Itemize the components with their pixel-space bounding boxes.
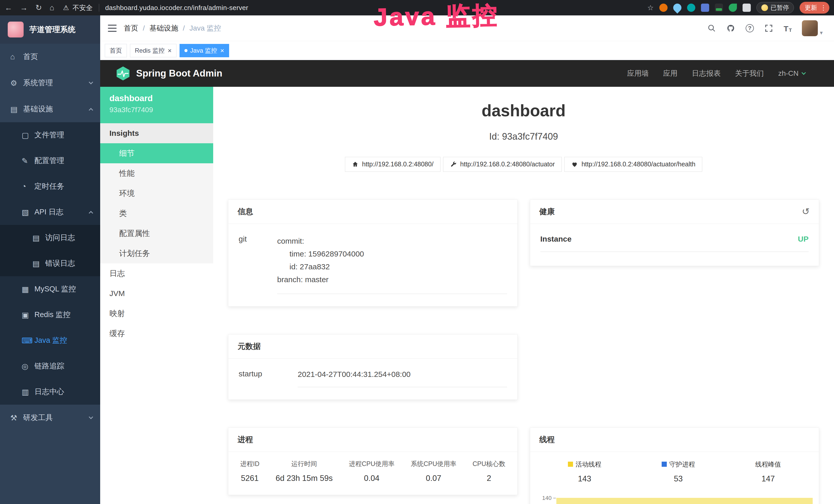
extension-puzzle-icon[interactable] — [743, 4, 751, 12]
font-size-icon[interactable]: TT — [783, 23, 793, 33]
warning-icon: ⚠ — [63, 4, 69, 12]
info-key: git — [239, 235, 277, 294]
service-url-chip[interactable]: http://192.168.0.2:48080/ — [345, 157, 440, 172]
sidebar-item-redis-monitor[interactable]: ▣ Redis 监控 — [0, 302, 100, 328]
sidebar-item-files[interactable]: ▢ 文件管理 — [0, 122, 100, 148]
sidebar-item-java-monitor[interactable]: ⌨ Java 监控 — [0, 328, 100, 353]
extension-icon-1[interactable] — [659, 4, 667, 12]
breadcrumb-item[interactable]: 基础设施 — [150, 23, 178, 33]
sba-brand[interactable]: Spring Boot Admin — [136, 68, 222, 79]
info-line: branch: master — [277, 273, 507, 286]
metadata-value: 2021-04-27T00:44:31.254+08:00 — [298, 369, 507, 387]
sidebar-item-home[interactable]: ⌂ 首页 — [0, 44, 100, 70]
url-text[interactable]: dashboard.yudao.iocoder.cn/infra/admin-s… — [105, 4, 248, 12]
sidebar-item-config[interactable]: ✎ 配置管理 — [0, 148, 100, 174]
mysql-icon: ▦ — [22, 285, 34, 294]
info-line: commit: — [277, 235, 507, 248]
process-table: 进程ID 5261 运行时间 6d 23h 15m 59s 进程CPU使用率 0… — [228, 452, 517, 495]
back-icon[interactable]: ← — [5, 4, 12, 12]
instance-header[interactable]: dashboard 93a3fc7f7409 — [100, 87, 213, 123]
tag-label: Redis 监控 — [135, 46, 164, 55]
browser-nav-buttons: ← → ↻ ⌂ — [5, 4, 54, 12]
extension-icon-2[interactable] — [672, 2, 683, 13]
extension-icon-6[interactable] — [729, 4, 737, 12]
sba-item-logs[interactable]: 日志 — [100, 264, 213, 283]
chevron-up-icon — [89, 211, 93, 215]
browser-menu-dots-icon[interactable]: ⋮ — [820, 4, 827, 12]
emoji-icon — [761, 4, 768, 11]
sidebar-item-mysql-monitor[interactable]: ▦ MySQL 监控 — [0, 276, 100, 302]
actuator-url-chip[interactable]: http://192.168.0.2:48080/actuator — [443, 157, 562, 172]
extension-icon-5[interactable] — [715, 4, 723, 12]
github-icon[interactable] — [726, 23, 736, 33]
hamburger-icon[interactable] — [108, 25, 117, 32]
sidebar-item-label: MySQL 监控 — [35, 284, 76, 294]
sba-logo-icon — [115, 66, 130, 81]
sidebar-item-access-log[interactable]: ▤ 访问日志 — [0, 225, 100, 251]
address-bar[interactable]: ⚠ 不安全 dashboard.yudao.iocoder.cn/infra/a… — [63, 3, 647, 12]
user-avatar[interactable]: ▾ — [802, 20, 823, 36]
sba-nav-wallboard[interactable]: 应用墙 — [627, 69, 649, 78]
paused-badge[interactable]: 已暂停 — [756, 2, 794, 13]
caret-down-icon: ▾ — [820, 29, 823, 36]
sba-item-caches[interactable]: 缓存 — [100, 323, 213, 344]
sidebar-logo: 芋道管理系统 — [0, 16, 100, 44]
breadcrumb-item[interactable]: 首页 — [124, 23, 138, 33]
sba-item-scheduled-tasks[interactable]: 计划任务 — [100, 244, 213, 264]
reload-icon[interactable]: ↻ — [36, 4, 42, 12]
forward-icon[interactable]: → — [20, 4, 28, 12]
logo-avatar — [8, 22, 24, 38]
history-icon[interactable]: ↺ — [802, 207, 810, 216]
sidebar-item-log-center[interactable]: ▥ 日志中心 — [0, 379, 100, 405]
sba-nav-about[interactable]: 关于我们 — [735, 69, 764, 78]
home-icon — [352, 161, 358, 168]
sba-item-jvm[interactable]: JVM — [100, 283, 213, 303]
sidebar-item-label: 错误日志 — [45, 258, 75, 269]
process-column: CPU核心数 2 — [473, 460, 505, 483]
sba-item-mappings[interactable]: 映射 — [100, 303, 213, 323]
column-value: 6d 23h 15m 59s — [276, 474, 333, 483]
fullscreen-icon[interactable] — [764, 23, 774, 33]
sba-item-classes[interactable]: 类 — [100, 203, 213, 223]
security-label: 不安全 — [73, 3, 93, 12]
tag-redis-monitor[interactable]: Redis 监控 × — [130, 44, 176, 57]
sba-item-details[interactable]: 细节 — [100, 143, 213, 163]
legend-value: 53 — [662, 474, 695, 483]
extension-icon-3[interactable] — [687, 4, 695, 12]
search-icon[interactable] — [707, 23, 717, 33]
locale-selector[interactable]: zh-CN — [778, 69, 805, 77]
sidebar-item-label: API 日志 — [35, 207, 63, 217]
sidebar-item-label: Java 监控 — [35, 335, 67, 346]
gear-icon: ⚙ — [10, 78, 22, 88]
sidebar-item-scheduled-tasks[interactable]: ◔ 定时任务 — [0, 174, 100, 199]
details-content: dashboard Id: 93a3fc7f7409 http://192.16… — [213, 87, 834, 504]
tag-java-monitor[interactable]: Java 监控 × — [179, 44, 229, 57]
wrench-icon — [450, 161, 457, 168]
update-label: 更新 — [805, 4, 817, 12]
health-url-chip[interactable]: http://192.168.0.2:48080/actuator/health — [564, 157, 702, 172]
legend-swatch-blue — [662, 462, 667, 467]
close-icon[interactable]: × — [168, 47, 172, 54]
infrastructure-submenu: ▢ 文件管理 ✎ 配置管理 ◔ 定时任务 ▧ API 日志 ▤ 访问日志 ▤ — [0, 122, 100, 405]
sidebar-item-infrastructure[interactable]: ▤ 基础设施 — [0, 96, 100, 122]
tag-home[interactable]: 首页 — [105, 44, 127, 57]
sidebar-item-devtools[interactable]: ⚒ 研发工具 — [0, 405, 100, 431]
instance-name: dashboard — [109, 93, 213, 103]
sidebar-item-api-log[interactable]: ▧ API 日志 — [0, 199, 100, 225]
sba-nav-journal[interactable]: 日志报表 — [692, 69, 721, 78]
sba-item-metrics[interactable]: 性能 — [100, 163, 213, 183]
metadata-row: startup 2021-04-27T00:44:31.254+08:00 — [228, 359, 517, 399]
extension-icon-4[interactable] — [701, 4, 709, 12]
browser-home-icon[interactable]: ⌂ — [49, 4, 54, 12]
close-icon[interactable]: × — [220, 47, 224, 54]
sba-item-environment[interactable]: 环境 — [100, 183, 213, 203]
sba-nav-applications[interactable]: 应用 — [663, 69, 678, 78]
help-icon[interactable]: ? — [745, 23, 755, 33]
bookmark-star-icon[interactable]: ☆ — [647, 4, 654, 12]
sidebar-item-tracing[interactable]: ◎ 链路追踪 — [0, 353, 100, 379]
update-button[interactable]: 更新 ⋮ — [799, 2, 829, 14]
process-column: 系统CPU使用率 0.07 — [411, 460, 456, 483]
sidebar-item-system[interactable]: ⚙ 系统管理 — [0, 70, 100, 96]
sba-item-config-props[interactable]: 配置属性 — [100, 223, 213, 244]
sidebar-item-error-log[interactable]: ▤ 错误日志 — [0, 251, 100, 276]
